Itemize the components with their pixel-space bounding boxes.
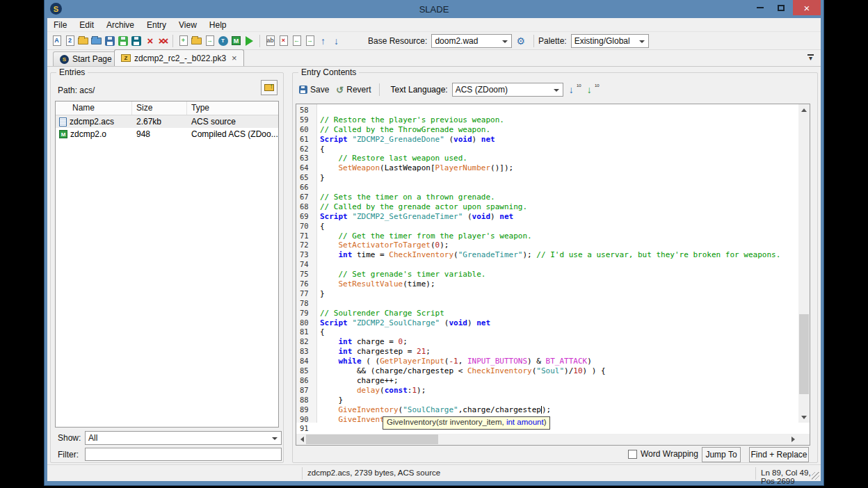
code-line[interactable]: // Called by the grenade actor upon spaw…: [320, 202, 798, 212]
move-up-icon[interactable]: ↑: [316, 33, 330, 49]
code-line[interactable]: {: [320, 327, 798, 337]
code-line[interactable]: // Restore last weapon used.: [320, 154, 798, 163]
move-down-icon[interactable]: ↓: [330, 33, 343, 49]
save-button[interactable]: Save: [296, 81, 332, 98]
code-line[interactable]: [320, 260, 798, 270]
vertical-scrollbar[interactable]: [798, 104, 810, 423]
rename-entry-icon[interactable]: ab: [264, 33, 277, 49]
new-archive-icon[interactable]: A: [50, 33, 63, 49]
code-line[interactable]: // Set grenade's timer variable.: [320, 270, 798, 279]
code-line[interactable]: Script "ZDCMP2_SetGrenadeTimer" (void) n…: [320, 212, 798, 222]
open-archive-icon[interactable]: [77, 33, 90, 49]
menu-help[interactable]: Help: [203, 18, 233, 32]
title-bar[interactable]: S SLADE ×: [45, 0, 823, 18]
menu-view[interactable]: View: [172, 18, 203, 32]
menu-edit[interactable]: Edit: [73, 18, 100, 32]
save-archive-icon[interactable]: [103, 33, 116, 49]
code-line[interactable]: [320, 299, 798, 309]
minimize-button[interactable]: [750, 0, 771, 15]
code-line[interactable]: // Restore the player's previous weapon.: [320, 115, 798, 125]
code-line[interactable]: Script "ZDCMP2_GrenadeDone" (void) net: [320, 135, 798, 145]
code-line[interactable]: {: [320, 145, 798, 154]
column-header-name[interactable]: Name: [56, 101, 132, 115]
code-line[interactable]: // Called by the ThrowGrenade weapon.: [320, 125, 798, 135]
filter-input[interactable]: [85, 448, 282, 461]
entry-list[interactable]: Name Size Type zdcmp2.acs2.67kbACS sourc…: [55, 101, 279, 428]
new-zip-archive-icon[interactable]: 2: [63, 33, 77, 49]
code-line[interactable]: SetWeapon(LastWeapon[PlayerNumber()]);: [320, 163, 798, 173]
code-line[interactable]: while ( (GetPlayerInput(-1, INPUT_BUTTON…: [320, 357, 798, 366]
show-select[interactable]: All: [85, 431, 282, 445]
export-entry-icon[interactable]: →: [303, 33, 316, 49]
close-archive-icon[interactable]: ×: [143, 33, 156, 49]
new-directory-icon[interactable]: [190, 33, 203, 49]
code-line[interactable]: && (charge/chargestep < CheckInventory("…: [320, 366, 798, 376]
horizontal-scrollbar-thumb[interactable]: [306, 434, 438, 444]
horizontal-scrollbar[interactable]: [296, 434, 798, 445]
find-replace-button[interactable]: Find + Replace: [749, 447, 809, 462]
code-line[interactable]: delay(const:1);: [320, 386, 798, 396]
code-line[interactable]: int time = CheckInventory("GrenadeTimer"…: [320, 250, 798, 260]
code-line[interactable]: charge++;: [320, 376, 798, 386]
code-line[interactable]: // Sets the timer on a thrown grenade.: [320, 193, 798, 202]
code-line[interactable]: }: [320, 396, 798, 405]
code-editor[interactable]: 5859606162636465666768697071727374757677…: [296, 104, 810, 446]
code-line[interactable]: GiveInventory("SoulCharge",charge/charge…: [320, 405, 798, 415]
resize-grip[interactable]: [812, 472, 819, 480]
code-line[interactable]: SetResultValue(time);: [320, 279, 798, 289]
base-resource-settings-button[interactable]: ⚙: [516, 35, 525, 47]
tab-archive[interactable]: Z zdcmp2_rc2_-_b022.pk3 ×: [114, 49, 244, 66]
scroll-up-icon[interactable]: [798, 104, 810, 115]
scroll-down-icon[interactable]: [798, 412, 810, 423]
chevron-down-icon: [554, 89, 559, 92]
code-line[interactable]: SetActivatorToTarget(0);: [320, 241, 798, 250]
menu-bar: FileEditArchiveEntryViewHelp: [47, 18, 821, 32]
close-all-archives-icon[interactable]: ××: [156, 33, 169, 49]
code-line[interactable]: Script "ZDCMP2_SoulCharge" (void) net: [320, 318, 798, 328]
column-header-type[interactable]: Type: [187, 101, 278, 115]
map-editor-icon[interactable]: M: [230, 33, 243, 49]
new-entry-icon[interactable]: +: [177, 33, 190, 49]
entry-row[interactable]: Mzdcmp2.o948Compiled ACS (ZDoo...: [56, 128, 278, 140]
texture-editor-icon[interactable]: T: [216, 33, 230, 49]
code-line[interactable]: [320, 183, 798, 193]
code-text-area[interactable]: // Restore the player's previous weapon.…: [320, 104, 798, 423]
menu-entry[interactable]: Entry: [140, 18, 172, 32]
up-directory-button[interactable]: ↑: [261, 80, 278, 95]
vertical-scrollbar-thumb[interactable]: [799, 314, 809, 394]
column-header-size[interactable]: Size: [132, 101, 187, 115]
palette-select[interactable]: Existing/Global: [571, 34, 649, 48]
code-line[interactable]: }: [320, 289, 798, 299]
acs-source-icon: [59, 117, 67, 127]
code-line[interactable]: int charge = 0;: [320, 337, 798, 347]
tab-list-dropdown-icon[interactable]: ▾: [807, 54, 814, 61]
code-line[interactable]: [320, 106, 798, 115]
code-line[interactable]: // Soulrender Charge Script: [320, 309, 798, 318]
save-archive-as-icon[interactable]: [116, 33, 129, 49]
jump-to-button[interactable]: Jump To: [702, 447, 741, 462]
import-entry-icon[interactable]: ←: [290, 33, 303, 49]
scroll-right-icon[interactable]: [787, 434, 798, 445]
code-line[interactable]: }: [320, 173, 798, 183]
code-line[interactable]: int chargestep = 21;: [320, 347, 798, 357]
delete-entry-icon[interactable]: ×: [277, 33, 290, 49]
import-files-icon[interactable]: →: [203, 33, 216, 49]
run-archive-icon[interactable]: [243, 33, 256, 49]
maximize-button[interactable]: [771, 0, 791, 15]
close-button[interactable]: ×: [793, 0, 821, 15]
revert-button[interactable]: ↺ Revert: [332, 81, 374, 98]
code-line[interactable]: // Get the timer from the player's weapo…: [320, 231, 798, 241]
tab-start-page[interactable]: S Start Page: [53, 51, 119, 66]
word-wrapping-checkbox[interactable]: [628, 450, 637, 459]
base-resource-select[interactable]: doom2.wad: [431, 34, 512, 48]
compile-acs-icon[interactable]: ↓10: [587, 83, 600, 96]
menu-file[interactable]: File: [47, 18, 73, 32]
text-language-select[interactable]: ACS (ZDoom): [452, 83, 563, 97]
tab-close-icon[interactable]: ×: [232, 53, 237, 63]
code-line[interactable]: {: [320, 222, 798, 231]
save-all-icon[interactable]: [129, 33, 143, 49]
jump-to-line-icon[interactable]: ↓10: [569, 83, 581, 96]
entry-row[interactable]: zdcmp2.acs2.67kbACS source: [56, 115, 278, 128]
open-directory-icon[interactable]: [90, 33, 103, 49]
menu-archive[interactable]: Archive: [100, 18, 140, 32]
